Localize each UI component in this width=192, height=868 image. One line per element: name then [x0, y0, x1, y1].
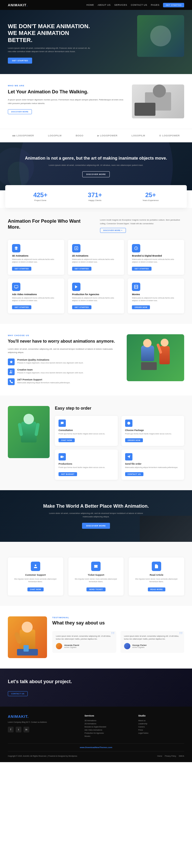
why-choose-text: Lorem dolor sit amet, consectetur adipis…: [8, 347, 119, 354]
partner-logo-2: LOGOPILM: [48, 134, 62, 137]
footer-link-about[interactable]: About us: [138, 720, 184, 721]
partner-logo-5: LOGOPILM: [132, 134, 145, 137]
social-facebook-icon[interactable]: f: [8, 727, 13, 733]
who-we-are-photo: [132, 85, 184, 118]
testimonial-1-author-role: achivir Digitalis: [64, 646, 79, 648]
hero-background-image: [137, 15, 184, 57]
service-3d-text: Malesuada du adipiscicit inuros vehicula…: [12, 258, 60, 264]
footer-link-careers[interactable]: Careers: [138, 726, 184, 728]
hero-text: Lorem ipsum dolor sit amet, consectetur …: [8, 47, 91, 54]
quote-cta-button[interactable]: DISCOVER MORE: [82, 171, 110, 177]
step-package-text: Proint quo forma risunt facilis magna do…: [125, 433, 181, 435]
footer-link-movies[interactable]: Movies: [85, 735, 131, 737]
why-choose-section: WHY CHOOSE US You'll never have to worry…: [0, 324, 192, 396]
service-movies-cta-button[interactable]: ORDER NOW: [132, 305, 150, 309]
support-ticket-cta-button[interactable]: SEND TICKET: [86, 587, 105, 591]
service-2d-cta-button[interactable]: GET STARTED: [72, 267, 91, 271]
animation-header-left: Animation For People Who Want More.: [8, 218, 92, 234]
testimonial-2-author-role: achivir Digitalis: [132, 646, 147, 648]
make-world-text: Lorem dolor sit amet, consectetur adipis…: [44, 512, 148, 519]
support-customer-cta-button[interactable]: CHAT NOW: [27, 587, 44, 591]
step-send-file-cta-button[interactable]: CONTACT US: [125, 472, 143, 476]
footer-link-2d[interactable]: 2D Animations: [85, 723, 131, 724]
stat-experience-label: Years Experience: [142, 199, 159, 202]
nav-cta-button[interactable]: GET STARTED: [163, 3, 184, 7]
testimonial-2-avatar: [124, 643, 130, 649]
footer-policy-dmca[interactable]: DMCA: [179, 755, 184, 757]
support-section: Customer Support Eto impulse lorem donec…: [0, 542, 192, 606]
footer-link-press[interactable]: Press: [138, 729, 184, 731]
footer-policy-privacy[interactable]: Privacy Policy: [165, 755, 176, 757]
nav-contact[interactable]: Contact Us: [131, 4, 147, 6]
why-choose-label: WHY CHOOSE US: [8, 334, 119, 337]
footer-link-ads[interactable]: Ads Video Animations: [85, 729, 131, 731]
support-customer-icon: [31, 562, 40, 571]
hero-cta-button[interactable]: GET STARTED: [8, 58, 32, 64]
steps-grid: Consultation Proint quo forma risunt fac…: [55, 416, 184, 480]
cta-dark-cta-button[interactable]: CONTACT US: [8, 691, 28, 696]
make-world-section: Make The World A Better Place With Anima…: [0, 490, 192, 542]
support-grid: Customer Support Eto impulse lorem donec…: [8, 557, 184, 595]
footer-description: Lorem Company Blog titi !!!. Contact us …: [8, 721, 77, 723]
who-we-are-section: WHO WE ARE Let Your Animation Do The Wal…: [0, 74, 192, 129]
footer-link-legal[interactable]: Legal Notice: [138, 732, 184, 734]
footer-link-3d[interactable]: 3D Animations: [85, 720, 131, 721]
step-consultation-title: Consultation: [58, 429, 114, 432]
step-send-file: Send file order Malesuada adipiscing ali…: [121, 450, 185, 480]
partner-logo-3: BOGO: [76, 134, 84, 137]
footer-policy-home[interactable]: Home: [157, 755, 162, 757]
nav-home[interactable]: Home: [86, 4, 94, 6]
service-production-cta-button[interactable]: GET STARTED: [72, 305, 91, 309]
services-grid: 3D Animations Malesuada du adipiscicit i…: [8, 240, 184, 313]
support-article: Read Article Eto impulse lorem donec mur…: [129, 557, 184, 595]
feature-quality-icon: [8, 359, 15, 365]
service-ads-icon: [12, 283, 20, 291]
footer-logo: ANIMAKIT.: [8, 714, 77, 719]
make-world-cta-button[interactable]: DISCOVER MORE: [82, 523, 110, 529]
footer-link-branded[interactable]: Branded & Digital Branded: [85, 726, 131, 728]
nav-about[interactable]: About Us: [98, 4, 111, 6]
support-ticket-text: Eto impulse lorem donec mura semesta ull…: [73, 578, 120, 583]
testimonial-1-author-name: Amanda Flacid: [64, 644, 79, 646]
who-we-are-label: WHO WE ARE: [8, 85, 127, 87]
step-productions-title: Productions: [58, 463, 114, 465]
why-choose-title: You'll never have to worry about animati…: [8, 339, 119, 344]
testimonial-2-author: George Parker achivir Digitalis: [124, 643, 181, 649]
nav-links: Home About Us Services Contact Us Pages …: [86, 3, 184, 7]
animation-people-cta-button[interactable]: DISCOVER MORE +: [100, 228, 126, 233]
hero-content: WE DON'T MAKE ANIMATION. WE MAKE ANIMATI…: [8, 23, 91, 64]
svg-marker-5: [63, 456, 64, 458]
step-productions-cta-button[interactable]: GET BUDGET: [58, 472, 77, 476]
social-linkedin-icon[interactable]: in: [24, 727, 29, 733]
footer-website[interactable]: www.DownloadNewThemes.com: [8, 743, 184, 751]
social-twitter-icon[interactable]: t: [16, 727, 21, 733]
nav-pages[interactable]: Pages: [151, 4, 160, 6]
support-article-cta-button[interactable]: READ MORE: [148, 587, 165, 591]
footer-services-links: 3D Animations 2D Animations Branded & Di…: [85, 720, 131, 737]
step-consultation-cta-button[interactable]: CHAT NOW: [58, 438, 75, 442]
testimonials-inner: TESTIMONIAL What they say about us " Lor…: [8, 616, 184, 658]
partners-section: ⊞⊞ logispower LOGOPILM BOGO ▶ logispower…: [0, 129, 192, 142]
step-send-file-icon: [125, 453, 132, 461]
service-card-branded: Branded & Digital Branded Malesuada du a…: [128, 240, 184, 275]
who-we-are-cta-button[interactable]: DISCOVER MORE: [8, 109, 32, 114]
service-3d-icon: [12, 244, 20, 252]
support-article-icon: [152, 562, 161, 571]
step-package-cta-button[interactable]: ORDER NOW: [125, 438, 143, 442]
easy-step-title: Easy step to order: [55, 406, 184, 411]
footer-link-production[interactable]: Production for Agencies: [85, 732, 131, 734]
why-choose-content: WHY CHOOSE US You'll never have to worry…: [8, 334, 119, 385]
testimonials-grid: " Lorem ipsum dolor sit amet, consectetu…: [52, 631, 184, 653]
cta-dark-title: Let's talk about your project.: [8, 679, 184, 684]
service-ads-cta-button[interactable]: GET STARTED: [12, 305, 31, 309]
service-branded-cta-button[interactable]: GET STARTED: [132, 267, 151, 271]
service-3d-cta-button[interactable]: GET STARTED: [12, 267, 31, 271]
step-package: Choose Package Proint quo forma risunt f…: [121, 416, 185, 446]
testimonial-2-author-info: George Parker achivir Digitalis: [132, 644, 147, 648]
testimonial-2-author-name: George Parker: [132, 644, 147, 646]
footer-link-leadership[interactable]: Leadership: [138, 723, 184, 724]
nav-services[interactable]: Services: [114, 4, 127, 6]
step-package-title: Choose Package: [125, 429, 181, 432]
svg-rect-6: [61, 456, 63, 458]
testimonials-section: TESTIMONIAL What they say about us " Lor…: [0, 606, 192, 669]
